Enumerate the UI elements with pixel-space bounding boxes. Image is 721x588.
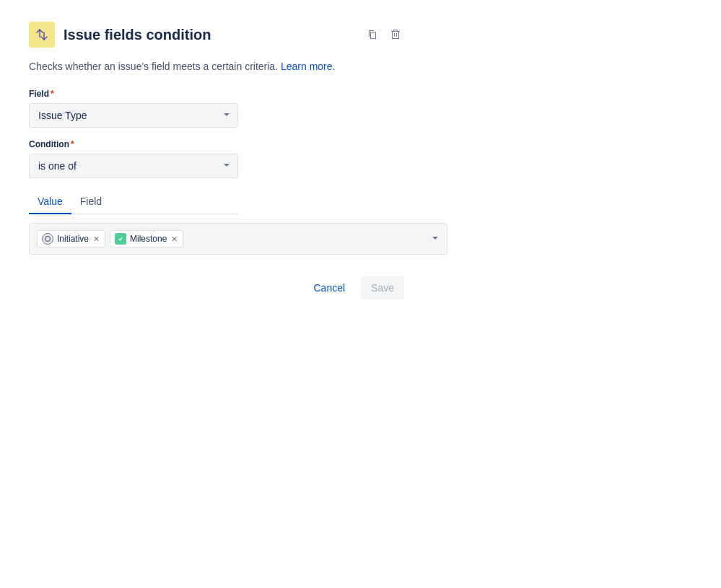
header-actions [364, 26, 404, 43]
milestone-remove[interactable]: ✕ [170, 235, 178, 243]
tabs: Value Field [29, 190, 238, 214]
learn-more-link[interactable]: Learn more. [281, 61, 335, 72]
copy-button[interactable] [364, 26, 381, 43]
description: Checks whether an issue's field meets a … [29, 59, 404, 74]
footer: Cancel Save [29, 276, 404, 299]
svg-point-0 [45, 237, 51, 242]
milestone-icon [115, 233, 126, 245]
save-button[interactable]: Save [361, 276, 404, 299]
tab-value[interactable]: Value [29, 190, 71, 214]
value-input-area[interactable]: Initiative ✕ Milestone ✕ [29, 223, 447, 255]
condition-label: Condition* [29, 139, 404, 149]
condition-select[interactable]: is one of is not one of [29, 154, 238, 178]
page-title: Issue fields condition [64, 27, 355, 43]
initiative-label: Initiative [57, 234, 89, 244]
milestone-label: Milestone [130, 234, 167, 244]
initiative-remove[interactable]: ✕ [92, 235, 100, 243]
condition-select-wrapper: is one of is not one of [29, 154, 238, 178]
initiative-icon [42, 233, 53, 245]
tab-field[interactable]: Field [71, 190, 110, 214]
field-required: * [51, 89, 54, 99]
field-label: Field* [29, 89, 404, 99]
value-area-dropdown-icon[interactable] [431, 233, 440, 245]
condition-icon [29, 22, 55, 48]
tag-milestone: Milestone ✕ [110, 230, 183, 247]
svg-rect-1 [118, 236, 123, 242]
field-group: Field* Issue Type Priority Status Assign… [29, 89, 404, 128]
delete-button[interactable] [387, 26, 404, 43]
condition-required: * [71, 139, 74, 149]
condition-group: Condition* is one of is not one of [29, 139, 404, 178]
tag-initiative: Initiative ✕ [37, 230, 105, 247]
header: Issue fields condition [29, 22, 404, 48]
cancel-button[interactable]: Cancel [303, 276, 355, 299]
field-select-wrapper: Issue Type Priority Status Assignee [29, 103, 238, 128]
field-select[interactable]: Issue Type Priority Status Assignee [29, 103, 238, 128]
